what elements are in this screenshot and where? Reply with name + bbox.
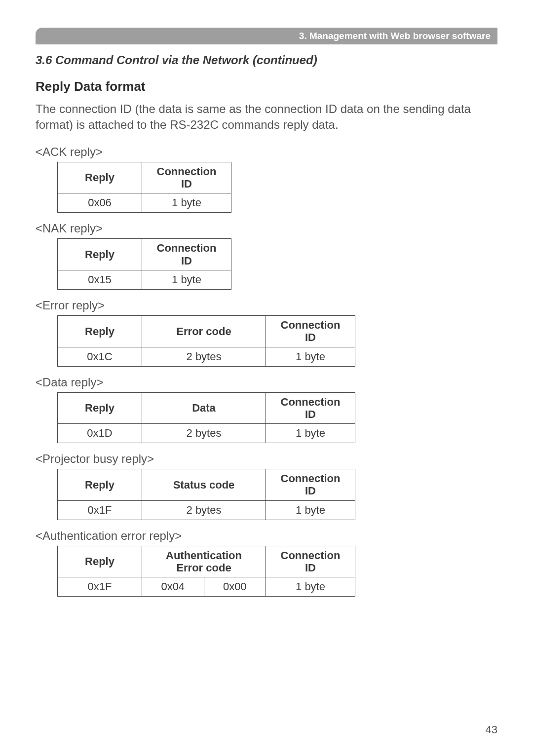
table-row: 0x1F 0x04 0x00 1 byte (58, 577, 355, 597)
cell-connection-value: 1 byte (266, 424, 355, 443)
section-heading: Reply Data format (36, 79, 497, 94)
table-row: Reply AuthenticationError code Connectio… (58, 546, 355, 577)
table-row: 0x1D 2 bytes 1 byte (58, 424, 355, 443)
data-label: <Data reply> (36, 376, 497, 389)
cell-connection-value: 1 byte (266, 577, 355, 597)
nak-label: <NAK reply> (36, 222, 497, 235)
col-error-code: Error code (142, 315, 266, 347)
cell-reply-value: 0x1C (58, 347, 142, 366)
page-content: 3. Management with Web browser software … (0, 0, 533, 625)
col-reply: Reply (58, 392, 142, 424)
cell-error-code-value: 2 bytes (142, 347, 266, 366)
cell-reply-value: 0x06 (58, 193, 142, 213)
col-connection-id: ConnectionID (142, 162, 231, 193)
cell-connection-value: 1 byte (142, 193, 231, 213)
cell-reply-value: 0x1F (58, 500, 142, 520)
busy-label: <Projector busy reply> (36, 452, 497, 466)
auth-table: Reply AuthenticationError code Connectio… (57, 546, 355, 597)
data-table: Reply Data ConnectionID 0x1D 2 bytes 1 b… (57, 392, 355, 444)
col-reply: Reply (58, 162, 142, 193)
col-connection-id: ConnectionID (142, 239, 231, 270)
cell-reply-value: 0x1D (58, 424, 142, 443)
ack-label: <ACK reply> (36, 145, 497, 159)
col-reply: Reply (58, 315, 142, 347)
cell-connection-value: 1 byte (266, 500, 355, 520)
section-subtitle: 3.6 Command Control via the Network (con… (36, 53, 497, 67)
error-table: Reply Error code ConnectionID 0x1C 2 byt… (57, 315, 355, 367)
table-row: Reply ConnectionID (58, 162, 231, 193)
cell-data-value: 2 bytes (142, 424, 266, 443)
table-row: Reply ConnectionID (58, 239, 231, 270)
ack-table: Reply ConnectionID 0x06 1 byte (57, 162, 231, 213)
cell-connection-value: 1 byte (142, 270, 231, 289)
cell-auth-code-value-1: 0x04 (142, 577, 204, 597)
col-reply: Reply (58, 469, 142, 501)
intro-paragraph: The connection ID (the data is same as t… (36, 101, 497, 133)
table-row: Reply Status code ConnectionID (58, 469, 355, 501)
col-connection-id: ConnectionID (266, 315, 355, 347)
chapter-banner: 3. Management with Web browser software (36, 28, 497, 44)
page-number: 43 (486, 723, 497, 736)
table-row: 0x1C 2 bytes 1 byte (58, 347, 355, 366)
col-auth-error-code: AuthenticationError code (142, 546, 266, 577)
cell-status-value: 2 bytes (142, 500, 266, 520)
col-reply: Reply (58, 239, 142, 270)
col-connection-id: ConnectionID (266, 546, 355, 577)
table-row: Reply Error code ConnectionID (58, 315, 355, 347)
col-data: Data (142, 392, 266, 424)
cell-reply-value: 0x1F (58, 577, 142, 597)
cell-auth-code-value-2: 0x00 (204, 577, 266, 597)
busy-table: Reply Status code ConnectionID 0x1F 2 by… (57, 469, 355, 520)
table-row: 0x15 1 byte (58, 270, 231, 289)
table-row: 0x06 1 byte (58, 193, 231, 213)
cell-connection-value: 1 byte (266, 347, 355, 366)
cell-reply-value: 0x15 (58, 270, 142, 289)
col-status-code: Status code (142, 469, 266, 501)
table-row: Reply Data ConnectionID (58, 392, 355, 424)
col-connection-id: ConnectionID (266, 392, 355, 424)
auth-label: <Authentication error reply> (36, 529, 497, 543)
col-connection-id: ConnectionID (266, 469, 355, 501)
col-reply: Reply (58, 546, 142, 577)
nak-table: Reply ConnectionID 0x15 1 byte (57, 238, 231, 290)
table-row: 0x1F 2 bytes 1 byte (58, 500, 355, 520)
error-label: <Error reply> (36, 299, 497, 312)
